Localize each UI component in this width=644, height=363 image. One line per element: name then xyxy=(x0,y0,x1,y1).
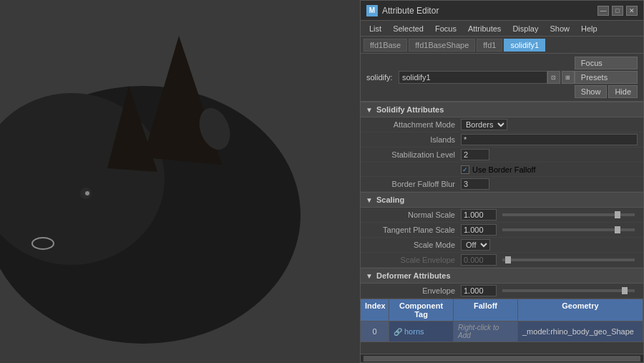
normal-scale-input[interactable] xyxy=(461,209,497,221)
attachment-mode-value: Borders xyxy=(461,119,638,130)
attr-normal-scale: Normal Scale xyxy=(361,208,643,223)
window-controls: — □ ✕ xyxy=(597,6,638,16)
section-solidify-attributes[interactable]: ▼ Solidify Attributes xyxy=(361,102,643,117)
th-geometry: Geometry xyxy=(518,299,643,321)
section-title-deformer: Deformer Attributes xyxy=(376,271,451,280)
attr-envelope: Envelope xyxy=(361,284,643,299)
attachment-mode-dropdown[interactable]: Borders xyxy=(461,119,507,130)
th-component-tag: Component Tag xyxy=(389,299,454,321)
section-deformer-attributes[interactable]: ▼ Deformer Attributes xyxy=(361,268,643,284)
use-border-falloff-value: ✓ Use Border Falloff xyxy=(461,165,638,174)
tab-bar: ffd1Base ffd1BaseShape ffd1 solidify1 xyxy=(361,37,643,54)
focus-button[interactable]: Focus xyxy=(575,57,638,69)
focus-presets-group: Focus Presets Show Hide xyxy=(575,57,638,98)
envelope-slider[interactable] xyxy=(502,289,635,292)
solidify-icon-1[interactable]: ⊡ xyxy=(547,71,560,84)
border-falloff-blur-input[interactable] xyxy=(461,178,489,190)
scale-mode-value: Off xyxy=(461,239,638,251)
app-icon: M xyxy=(366,5,378,16)
section-title-scaling: Scaling xyxy=(376,195,404,204)
section-scaling[interactable]: ▼ Scaling xyxy=(361,192,643,208)
title-bar: M Attribute Editor — □ ✕ xyxy=(361,1,643,21)
use-border-falloff-text: Use Border Falloff xyxy=(472,165,535,174)
td-falloff[interactable]: Right-click to Add xyxy=(454,321,518,342)
attr-stabilization-level: Stabilization Level xyxy=(361,147,643,163)
menu-selected[interactable]: Selected xyxy=(387,21,429,36)
menu-list[interactable]: List xyxy=(364,21,387,36)
normal-scale-slider[interactable] xyxy=(502,213,635,216)
section-title-solidify: Solidify Attributes xyxy=(376,105,444,114)
scale-mode-dropdown[interactable]: Off xyxy=(461,239,490,251)
attr-scale-mode: Scale Mode Off xyxy=(361,238,643,253)
menu-focus[interactable]: Focus xyxy=(429,21,462,36)
use-border-falloff-checkbox[interactable]: ✓ xyxy=(461,165,469,174)
normal-scale-value xyxy=(461,209,638,221)
tangent-plane-scale-slider[interactable] xyxy=(502,228,635,231)
maximize-button[interactable]: □ xyxy=(612,6,623,16)
horizontal-scrollbar[interactable] xyxy=(364,356,640,362)
tangent-plane-scale-value xyxy=(461,224,638,236)
islands-label: Islands xyxy=(375,135,461,144)
scale-envelope-input[interactable] xyxy=(461,254,497,266)
attr-tangent-plane-scale: Tangent Plane Scale xyxy=(361,223,643,238)
solidify-control-row: solidify: ⊡ ⊞ Focus Presets Show Hide xyxy=(361,54,643,102)
menu-attributes[interactable]: Attributes xyxy=(462,21,507,36)
collapse-arrow-scaling: ▼ xyxy=(365,195,374,204)
minimize-button[interactable]: — xyxy=(597,6,609,16)
deformer-table: Index Component Tag Falloff Geometry 0 🔗… xyxy=(361,299,643,342)
tab-ffd1base[interactable]: ffd1Base xyxy=(364,39,407,52)
scale-mode-label: Scale Mode xyxy=(375,241,461,249)
menu-show[interactable]: Show xyxy=(544,21,575,36)
scale-envelope-slider[interactable] xyxy=(502,258,635,261)
normal-scale-thumb xyxy=(615,211,620,218)
attr-scale-envelope: Scale Envelope xyxy=(361,253,643,268)
solidify-icon-2[interactable]: ⊞ xyxy=(562,71,575,84)
svg-point-6 xyxy=(85,191,89,195)
tab-solidify1[interactable]: solidify1 xyxy=(504,39,545,52)
stabilization-level-label: Stabilization Level xyxy=(375,150,461,159)
tab-ffd1[interactable]: ffd1 xyxy=(477,39,502,52)
show-button[interactable]: Show xyxy=(575,85,608,98)
table-header-row: Index Component Tag Falloff Geometry xyxy=(361,299,643,321)
close-button[interactable]: ✕ xyxy=(626,6,638,16)
stabilization-level-value xyxy=(461,149,638,160)
tangent-plane-scale-input[interactable] xyxy=(461,224,497,236)
tab-ffd1baseshape[interactable]: ffd1BaseShape xyxy=(409,39,475,52)
menu-help[interactable]: Help xyxy=(575,21,603,36)
table-row[interactable]: 0 🔗 horns Right-click to Add _model:rhin… xyxy=(361,321,643,342)
border-falloff-blur-value xyxy=(461,178,638,190)
menu-display[interactable]: Display xyxy=(507,21,544,36)
content-area[interactable]: ▼ Solidify Attributes Attachment Mode Bo… xyxy=(361,102,643,354)
normal-scale-label: Normal Scale xyxy=(375,210,461,219)
tangent-plane-scale-label: Tangent Plane Scale xyxy=(375,226,461,234)
solidify-label: solidify: xyxy=(366,73,399,82)
show-hide-row: Show Hide xyxy=(575,85,638,98)
hide-button[interactable]: Hide xyxy=(608,85,638,98)
td-index: 0 xyxy=(361,321,389,342)
bottom-scrollbar-area xyxy=(361,354,643,362)
attachment-mode-label: Attachment Mode xyxy=(375,120,461,129)
stabilization-level-input[interactable] xyxy=(461,149,489,160)
attr-border-falloff-blur: Border Falloff Blur xyxy=(361,177,643,192)
attribute-editor-window: M Attribute Editor — □ ✕ List Selected F… xyxy=(360,0,644,363)
window-title: Attribute Editor xyxy=(382,6,597,16)
envelope-thumb xyxy=(622,287,628,294)
scale-envelope-value xyxy=(461,254,638,266)
th-index: Index xyxy=(361,299,389,321)
attr-islands: Islands xyxy=(361,132,643,147)
collapse-arrow-solidify: ▼ xyxy=(365,105,374,114)
envelope-input[interactable] xyxy=(461,285,497,296)
scale-envelope-label: Scale Envelope xyxy=(375,256,461,264)
envelope-label: Envelope xyxy=(375,286,461,295)
solidify-input[interactable] xyxy=(399,71,547,84)
attr-attachment-mode: Attachment Mode Borders xyxy=(361,117,643,132)
attr-use-border-falloff: ✓ Use Border Falloff xyxy=(361,163,643,177)
islands-input[interactable] xyxy=(461,134,638,145)
td-component-tag-text: horns xyxy=(404,327,424,336)
td-component-tag: 🔗 horns xyxy=(389,321,454,342)
td-geometry: _model:rhino_body_geo_Shape xyxy=(518,321,643,342)
islands-value xyxy=(461,134,638,145)
presets-button[interactable]: Presets xyxy=(575,71,638,84)
scale-envelope-thumb xyxy=(505,256,511,263)
th-falloff: Falloff xyxy=(454,299,518,321)
